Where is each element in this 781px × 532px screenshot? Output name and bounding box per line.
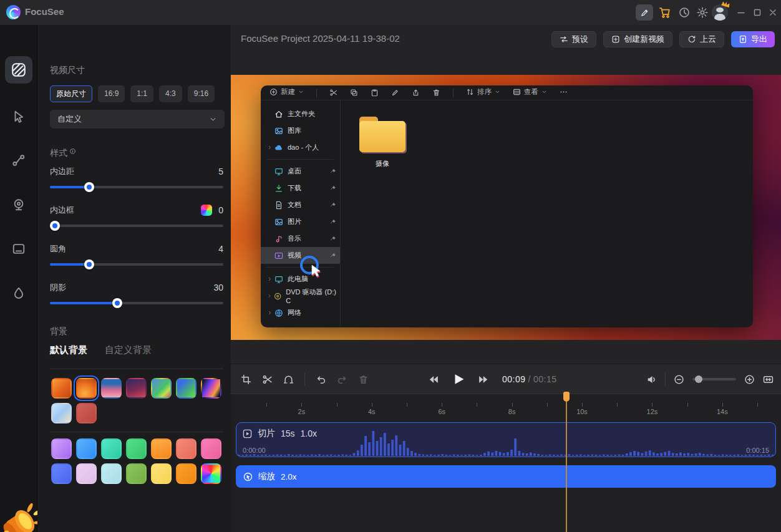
color-swatch-4[interactable]	[126, 438, 147, 459]
slider-track[interactable]	[50, 225, 223, 227]
aspect-ratio-option-3[interactable]: 1:1	[130, 85, 153, 102]
color-swatch-7[interactable]	[201, 438, 221, 459]
zoom-slider-knob[interactable]	[695, 375, 702, 383]
timeline-zoom-slider[interactable]	[692, 378, 736, 380]
playhead-handle[interactable]	[563, 392, 570, 402]
explorer-trash-icon	[432, 89, 440, 97]
wallpaper-swatch-9[interactable]	[76, 403, 97, 423]
background-tab-1[interactable]: 默认背景	[50, 344, 87, 356]
color-swatch-14[interactable]	[201, 463, 221, 484]
aspect-ratio-option-5[interactable]: 9:16	[188, 85, 215, 102]
sidebar-item-label: 音乐	[288, 234, 301, 243]
playhead-line[interactable]	[566, 399, 567, 532]
color-swatch-9[interactable]	[76, 463, 97, 484]
slider-labels: 阴影30	[50, 281, 223, 294]
zoom-in-button[interactable]	[744, 374, 755, 385]
color-swatch-2[interactable]	[76, 438, 97, 459]
sidebar-pinned-item-5: 音乐	[261, 230, 340, 247]
rail-item-webcam[interactable]	[12, 198, 26, 211]
video-preview-canvas[interactable]: 新建 排序 查看	[231, 75, 781, 340]
export-button[interactable]: 导出	[731, 31, 775, 47]
create-new-video-button[interactable]: 创建新视频	[603, 31, 672, 47]
undo-button[interactable]	[316, 374, 326, 385]
slider-knob[interactable]	[84, 182, 94, 192]
rail-item-motion-path[interactable]	[12, 153, 26, 167]
rewind-button[interactable]	[427, 374, 439, 385]
aspect-ratio-option-4[interactable]: 4:3	[159, 85, 182, 102]
megaphone-mascot[interactable]	[0, 494, 42, 532]
background-tab-2[interactable]: 自定义背景	[105, 344, 152, 356]
wallpaper-swatch-1[interactable]	[51, 378, 72, 399]
timeline[interactable]: 2s4s6s8s10s12s14s 切片 15s 1.0x 0:00:00 0:…	[231, 394, 781, 532]
rail-item-toolbar-panel[interactable]	[12, 242, 26, 256]
size-preset-select[interactable]: 自定义	[50, 110, 225, 128]
aspect-ratio-option-1[interactable]: 原始尺寸	[50, 85, 92, 102]
crop-button[interactable]	[241, 374, 251, 385]
upload-cloud-button[interactable]: 上云	[679, 31, 724, 47]
ruler-tick	[301, 403, 302, 407]
color-swatch-6[interactable]	[176, 438, 196, 459]
color-swatch-13[interactable]	[176, 463, 196, 484]
color-swatch-12[interactable]	[151, 463, 172, 484]
rail-item-cursor[interactable]	[12, 110, 26, 123]
maximize-button[interactable]	[752, 7, 762, 17]
close-button[interactable]	[768, 7, 778, 17]
minimize-button[interactable]	[736, 7, 746, 17]
wallpaper-swatch-5[interactable]	[151, 378, 172, 399]
style-title: 样式	[50, 148, 76, 159]
redo-button[interactable]	[337, 374, 347, 385]
cloud-icon	[274, 143, 283, 152]
sidebar-item-1: 主文件夹	[261, 105, 340, 122]
ruler-tick	[266, 403, 267, 407]
ruler-tick	[617, 403, 618, 407]
wallpaper-swatch-2[interactable]	[76, 378, 97, 399]
slider-knob[interactable]	[112, 298, 122, 308]
color-swatch-11[interactable]	[126, 463, 147, 484]
sidebar-item-label: DVD 驱动器 (D:) C	[286, 288, 336, 304]
wallpaper-swatch-3[interactable]	[101, 378, 122, 399]
ruler-label: 12s	[643, 408, 661, 415]
slider-fill	[50, 302, 116, 304]
delete-button[interactable]	[358, 374, 369, 385]
slider-knob[interactable]	[50, 221, 60, 231]
color-swatch-8[interactable]	[51, 463, 72, 484]
slider-knob[interactable]	[84, 259, 94, 269]
split-button[interactable]	[262, 374, 273, 385]
play-button[interactable]	[452, 372, 465, 386]
forward-button[interactable]	[478, 374, 490, 385]
slider-track[interactable]	[50, 302, 223, 304]
video-clip[interactable]: 切片 15s 1.0x 0:00:00 0:00:15	[236, 422, 776, 457]
rail-item-droplet[interactable]	[12, 286, 26, 300]
globe-icon	[274, 309, 283, 317]
aspect-ratio-option-2[interactable]: 16:9	[98, 85, 125, 102]
background-tabs: 默认背景自定义背景	[50, 344, 152, 356]
volume-button[interactable]	[646, 374, 657, 385]
style-sliders: 内边距5内边框0圆角4阴影30	[50, 165, 223, 319]
color-swatch-10[interactable]	[101, 463, 122, 484]
fit-timeline-button[interactable]	[763, 374, 774, 385]
slider-track[interactable]	[50, 186, 223, 188]
wallpaper-swatch-7[interactable]	[201, 378, 221, 399]
color-swatch-5[interactable]	[151, 438, 172, 459]
wallpaper-swatch-4[interactable]	[126, 378, 147, 399]
preset-button[interactable]: 预设	[551, 31, 596, 47]
zoom-out-button[interactable]	[674, 374, 684, 385]
cart-icon[interactable]	[659, 6, 671, 19]
color-swatch-3[interactable]	[101, 438, 122, 459]
sidebar-item-label: 下载	[288, 183, 301, 193]
spotlight-button[interactable]	[283, 374, 294, 385]
clock-icon[interactable]	[678, 6, 691, 19]
gear-icon[interactable]	[696, 6, 709, 19]
chevron-down-icon	[541, 89, 547, 95]
zoom-effect-clip[interactable]: 缩放 2.0x	[236, 465, 776, 488]
edit-mode-button[interactable]	[636, 4, 653, 21]
border-color-swatch[interactable]	[201, 205, 212, 216]
sort-icon	[466, 88, 474, 96]
wallpaper-swatch-6[interactable]	[176, 378, 196, 399]
wallpaper-swatch-8[interactable]	[51, 403, 72, 423]
color-swatch-1[interactable]	[51, 438, 72, 459]
ruler-tick	[337, 403, 337, 407]
rail-item-canvas-background[interactable]	[5, 56, 32, 84]
slider-track[interactable]	[50, 263, 223, 266]
left-rail	[0, 25, 37, 532]
